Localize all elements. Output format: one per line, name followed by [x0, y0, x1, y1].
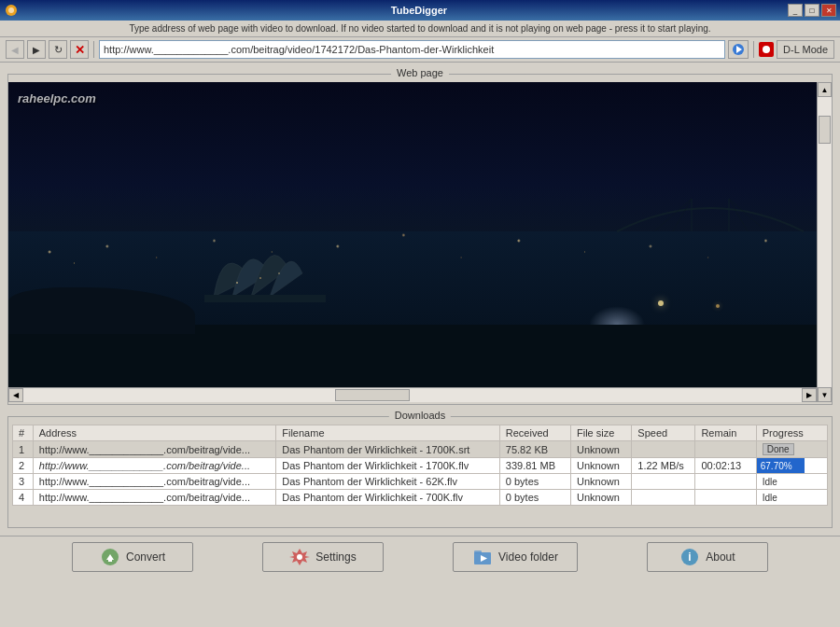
settings-icon [289, 547, 310, 567]
row2-progress: 67.70% [756, 458, 827, 474]
address-bar: ◀ ▶ ↻ ✕ D-L Mode [0, 37, 840, 63]
convert-label: Convert [126, 550, 165, 564]
row2-speed: 1.22 MB/s [632, 458, 695, 474]
row1-speed [632, 441, 695, 458]
table-row: 1 http://www._____________.com/beitrag/v… [13, 441, 828, 458]
downloads-panel: Downloads # Address Filename Received Fi… [7, 416, 833, 528]
video-preview: raheelpc.com [8, 82, 832, 390]
main-content: Web page [0, 63, 840, 532]
about-label: About [706, 550, 735, 564]
table-header-row: # Address Filename Received File size Sp… [13, 425, 828, 441]
convert-icon [100, 547, 120, 567]
window-title: TubeDigger [50, 5, 788, 16]
row4-remain [695, 490, 756, 506]
webpage-panel: Web page [7, 74, 833, 405]
opera-house [195, 222, 344, 315]
toolbar-hint: Type address of web page with video to d… [0, 21, 840, 37]
address-input[interactable] [99, 40, 725, 59]
row3-speed [632, 474, 695, 490]
row1-filesize: Unknown [571, 441, 632, 458]
col-received[interactable]: Received [499, 425, 570, 441]
window-controls: _ □ ✕ [788, 4, 836, 17]
row4-progress: Idle [756, 490, 827, 506]
scroll-down-button[interactable]: ▼ [818, 387, 832, 402]
row3-remain [695, 474, 756, 490]
about-icon: i [679, 547, 700, 567]
svg-point-6 [259, 277, 261, 279]
row1-filename: Das Phantom der Wirklichkeit - 1700K.srt [276, 441, 500, 458]
downloads-table: # Address Filename Received File size Sp… [12, 425, 828, 506]
svg-point-7 [278, 272, 280, 274]
scroll-right-button[interactable]: ▶ [802, 388, 817, 402]
col-speed[interactable]: Speed [632, 425, 695, 441]
svg-rect-15 [108, 559, 112, 562]
row3-num: 3 [13, 474, 34, 490]
row4-speed [632, 490, 695, 506]
scroll-left-button[interactable]: ◀ [8, 388, 23, 402]
vertical-scrollbar[interactable]: ▲ ▼ [817, 82, 832, 402]
settings-label: Settings [315, 550, 356, 564]
about-button[interactable]: i About [647, 542, 768, 572]
row2-received: 339.81 MB [499, 458, 570, 474]
horizontal-scrollbar[interactable]: ◀ ▶ [8, 387, 817, 402]
row3-progress: Idle [756, 474, 827, 490]
svg-point-17 [297, 554, 302, 560]
col-progress[interactable]: Progress [756, 425, 827, 441]
bridge [617, 175, 804, 250]
scroll-up-button[interactable]: ▲ [818, 82, 832, 97]
svg-text:i: i [689, 550, 692, 564]
forward-button[interactable]: ▶ [27, 40, 46, 59]
scroll-track-v[interactable] [818, 97, 832, 387]
row2-filename: Das Phantom der Wirklichkeit - 1700K.flv [276, 458, 500, 474]
svg-line-11 [673, 199, 692, 231]
bottom-buttons-bar: Convert Settings Video folder i Abou [0, 536, 840, 578]
row4-received: 0 bytes [499, 490, 570, 506]
row3-filename: Das Phantom der Wirklichkeit - 62K.flv [276, 474, 500, 490]
row1-address: http://www._____________.com/beitrag/vid… [33, 441, 276, 458]
scroll-thumb-h[interactable] [335, 389, 410, 401]
table-row: 4 http://www._____________.com/beitrag/v… [13, 490, 828, 506]
svg-rect-19 [474, 550, 482, 553]
scroll-thumb-v[interactable] [819, 116, 831, 144]
progress-idle-badge: Idle [763, 477, 777, 487]
row2-address: http://www._____________.com/beitrag/vid… [33, 458, 276, 474]
row1-remain [695, 441, 756, 458]
row4-num: 4 [13, 490, 34, 506]
svg-point-1 [8, 7, 14, 13]
back-button[interactable]: ◀ [6, 40, 24, 59]
stop-button[interactable]: ✕ [70, 40, 89, 59]
col-filename[interactable]: Filename [276, 425, 500, 441]
row2-num: 2 [13, 458, 34, 474]
progress-bar-text: 67.70% [758, 460, 795, 472]
convert-button[interactable]: Convert [72, 542, 193, 572]
webpage-panel-title: Web page [391, 67, 449, 78]
row4-address: http://www._____________.com/beitrag/vid… [33, 490, 276, 506]
svg-rect-4 [204, 295, 326, 302]
col-num: # [13, 425, 34, 441]
app-icon [4, 4, 19, 17]
refresh-button[interactable]: ↻ [49, 40, 67, 59]
record-indicator [759, 42, 774, 57]
col-filesize[interactable]: File size [571, 425, 632, 441]
svg-point-5 [236, 282, 238, 284]
dl-mode-button[interactable]: D-L Mode [777, 40, 834, 59]
title-bar: TubeDigger _ □ ✕ [0, 0, 840, 21]
video-folder-button[interactable]: Video folder [453, 542, 578, 572]
close-button[interactable]: ✕ [821, 4, 836, 17]
boat-light [658, 300, 664, 306]
row3-received: 0 bytes [499, 474, 570, 490]
minimize-button[interactable]: _ [788, 4, 803, 17]
col-address[interactable]: Address [33, 425, 276, 441]
svg-line-12 [729, 199, 748, 231]
settings-button[interactable]: Settings [262, 542, 384, 572]
watermark: raheelpc.com [18, 91, 96, 105]
maximize-button[interactable]: □ [805, 4, 819, 17]
row4-filesize: Unknown [571, 490, 632, 506]
row1-progress: Done [756, 441, 827, 458]
col-remain[interactable]: Remain [695, 425, 756, 441]
row2-filesize: Unknown [571, 458, 632, 474]
scroll-track-h[interactable] [23, 388, 802, 402]
row1-received: 75.82 KB [499, 441, 570, 458]
table-row: 3 http://www._____________.com/beitrag/v… [13, 474, 828, 490]
go-button[interactable] [728, 40, 749, 59]
